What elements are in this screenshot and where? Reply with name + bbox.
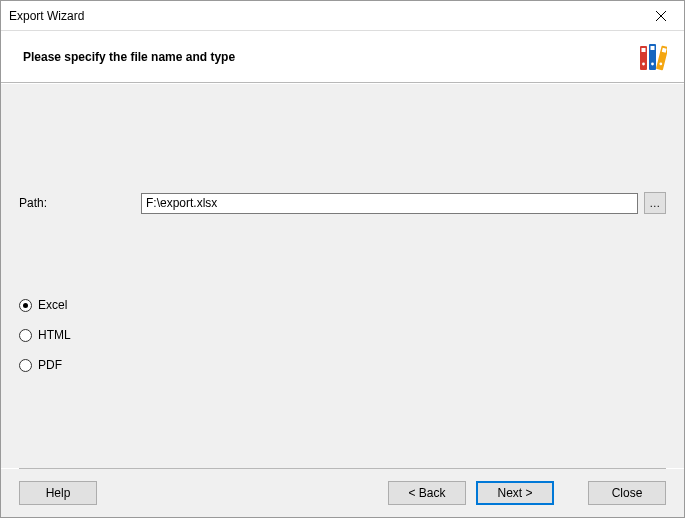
next-button[interactable]: Next > xyxy=(476,481,554,505)
path-input[interactable] xyxy=(141,193,638,214)
radio-icon xyxy=(19,329,32,342)
path-label: Path: xyxy=(19,196,141,210)
wizard-content: Path: ... Excel HTML PDF xyxy=(1,83,684,468)
instruction-text: Please specify the file name and type xyxy=(23,50,638,64)
window-close-button[interactable] xyxy=(638,1,684,31)
radio-icon xyxy=(19,359,32,372)
radio-icon xyxy=(19,299,32,312)
browse-button[interactable]: ... xyxy=(644,192,666,214)
export-wizard-window: Export Wizard Please specify the file na… xyxy=(0,0,685,518)
svg-point-4 xyxy=(642,62,645,65)
radio-html[interactable]: HTML xyxy=(19,328,71,342)
svg-point-7 xyxy=(651,62,654,65)
format-radio-group: Excel HTML PDF xyxy=(19,298,71,372)
radio-excel[interactable]: Excel xyxy=(19,298,71,312)
path-row: Path: ... xyxy=(19,192,666,214)
help-button[interactable]: Help xyxy=(19,481,97,505)
titlebar: Export Wizard xyxy=(1,1,684,31)
svg-rect-3 xyxy=(642,48,646,52)
close-icon xyxy=(656,11,666,21)
wizard-header: Please specify the file name and type xyxy=(1,31,684,83)
radio-label: Excel xyxy=(38,298,67,312)
radio-pdf[interactable]: PDF xyxy=(19,358,71,372)
window-title: Export Wizard xyxy=(9,9,638,23)
radio-label: HTML xyxy=(38,328,71,342)
wizard-footer: Help < Back Next > Close xyxy=(1,469,684,517)
close-button[interactable]: Close xyxy=(588,481,666,505)
back-button[interactable]: < Back xyxy=(388,481,466,505)
svg-rect-6 xyxy=(651,46,655,50)
radio-label: PDF xyxy=(38,358,62,372)
books-icon xyxy=(638,40,668,74)
